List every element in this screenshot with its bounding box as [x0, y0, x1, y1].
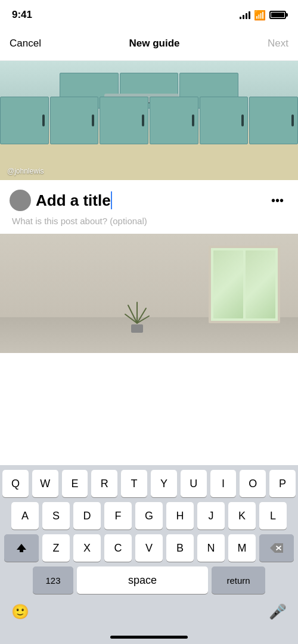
key-c[interactable]: C — [104, 534, 132, 562]
kitchen-cabinets-bottom — [0, 97, 298, 144]
keyboard-row-1: Q W E R T Y U I O P — [0, 470, 298, 497]
shift-key[interactable] — [4, 534, 39, 562]
return-key[interactable]: return — [212, 566, 265, 594]
status-time: 9:41 — [12, 9, 32, 21]
key-a[interactable]: A — [11, 502, 39, 530]
key-d[interactable]: D — [73, 502, 101, 530]
title-input-row: Add a title ••• — [10, 190, 288, 211]
key-o[interactable]: O — [240, 470, 266, 497]
key-m[interactable]: M — [228, 534, 256, 562]
title-placeholder: Add a title — [36, 191, 111, 210]
keyboard-bottom-row: 🙂 🎤 — [0, 599, 298, 630]
text-section: Add a title ••• What is this post about?… — [0, 180, 298, 234]
svg-rect-5 — [131, 324, 143, 333]
key-q[interactable]: Q — [2, 470, 29, 497]
home-indicator — [110, 636, 188, 639]
image-credit: @johnlewis — [7, 167, 44, 175]
key-z[interactable]: Z — [42, 534, 70, 562]
room-plant — [119, 293, 155, 335]
key-t[interactable]: T — [121, 470, 147, 497]
keyboard-row-3: Z X C V B N M — [0, 534, 298, 562]
room-scene — [0, 234, 298, 353]
key-v[interactable]: V — [135, 534, 163, 562]
space-key[interactable]: space — [77, 566, 208, 594]
nav-title: New guide — [129, 38, 179, 49]
room-window — [209, 246, 280, 323]
key-x[interactable]: X — [73, 534, 101, 562]
signal-icon — [240, 11, 250, 19]
key-b[interactable]: B — [166, 534, 194, 562]
key-k[interactable]: K — [228, 502, 256, 530]
svg-marker-6 — [17, 544, 26, 552]
mic-key[interactable]: 🎤 — [265, 599, 291, 625]
wifi-icon: 📶 — [254, 10, 266, 21]
battery-icon — [269, 11, 286, 19]
status-bar: 9:41 📶 — [0, 0, 298, 26]
room-image — [0, 234, 298, 353]
delete-key[interactable] — [259, 534, 294, 562]
key-j[interactable]: J — [197, 502, 225, 530]
next-button[interactable]: Next — [268, 38, 288, 49]
home-bar — [0, 630, 298, 644]
kitchen-image: @johnlewis — [0, 61, 298, 180]
keyboard-row-4: 123 space return — [0, 566, 298, 594]
key-l[interactable]: L — [259, 502, 287, 530]
nav-bar: Cancel New guide Next — [0, 26, 298, 61]
key-u[interactable]: U — [181, 470, 207, 497]
subtitle-placeholder[interactable]: What is this post about? (optional) — [10, 216, 288, 226]
key-r[interactable]: R — [91, 470, 117, 497]
more-options-button[interactable]: ••• — [266, 191, 288, 210]
key-g[interactable]: G — [135, 502, 163, 530]
key-s[interactable]: S — [42, 502, 70, 530]
title-field[interactable]: Add a title — [36, 191, 112, 210]
avatar — [10, 190, 31, 211]
status-icons: 📶 — [240, 10, 286, 21]
key-f[interactable]: F — [104, 502, 132, 530]
keyboard: Q W E R T Y U I O P A S D F G H J K L Z … — [0, 465, 298, 644]
key-n[interactable]: N — [197, 534, 225, 562]
title-input-area: Add a title — [10, 190, 266, 211]
num-key[interactable]: 123 — [33, 566, 73, 594]
emoji-key[interactable]: 🙂 — [7, 599, 33, 625]
key-i[interactable]: I — [210, 470, 237, 497]
kitchen-counter — [0, 144, 298, 180]
text-cursor — [111, 191, 112, 209]
key-p[interactable]: P — [269, 470, 296, 497]
key-e[interactable]: E — [62, 470, 88, 497]
key-y[interactable]: Y — [151, 470, 177, 497]
keyboard-row-2: A S D F G H J K L — [0, 502, 298, 530]
key-h[interactable]: H — [166, 502, 194, 530]
cancel-button[interactable]: Cancel — [10, 38, 41, 49]
key-w[interactable]: W — [32, 470, 58, 497]
